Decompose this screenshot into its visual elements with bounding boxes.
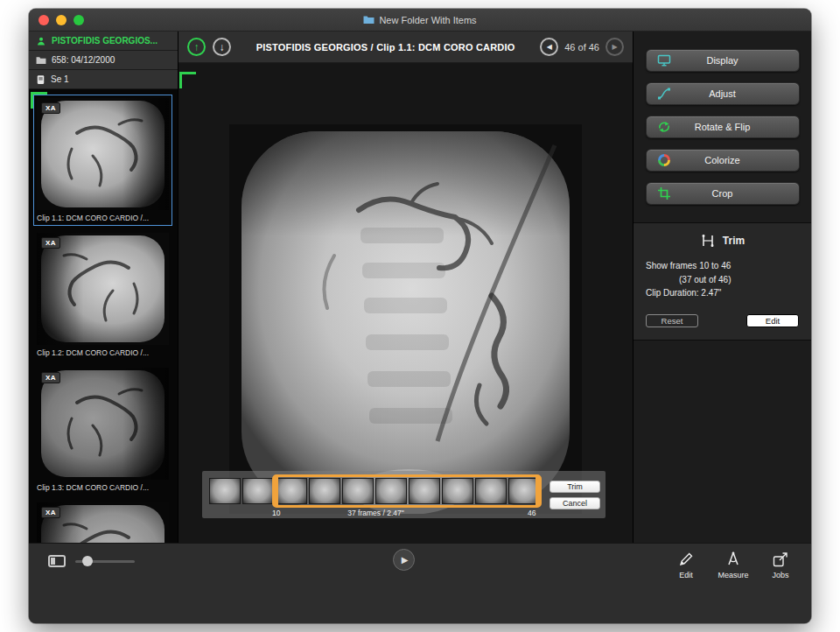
viewer-header: ↑ ↓ PISTOFIDIS GEORGIOS / Clip 1.1: DCM … [178,32,633,63]
display-label: Display [706,55,738,66]
previous-series-button[interactable]: ↑ [187,38,206,56]
trim-summary: 37 frames / 2.47" [347,509,403,517]
adjust-icon [657,87,671,101]
trim-selection-handles[interactable] [272,474,542,508]
series-label: Se 1 [51,74,69,84]
minimize-window-button[interactable] [56,15,66,25]
jobs-label: Jobs [772,571,788,579]
trim-icon [700,234,716,248]
trim-count-text: (37 out of 46) [646,273,799,287]
trim-start-frame: 10 [272,509,280,517]
up-arrow-icon: ↑ [194,42,200,53]
trim-range-text: Show frames 10 to 46 [646,259,799,273]
sidebar: PISTOFIDIS GEORGIOS... 658: 04/12/2000 S… [29,32,178,543]
film-frame [242,478,274,504]
frame-counter: 46 of 46 [564,42,599,53]
thumbnail-caption: Clip 1.2: DCM CORO CARDIO /... [37,348,169,357]
measure-button[interactable]: Measure [713,551,753,579]
close-window-button[interactable] [38,15,49,25]
zoom-window-button[interactable] [74,15,84,25]
trim-panel-title: Trim [723,235,745,247]
next-frame-button[interactable]: ▶ [606,38,624,56]
adjust-label: Adjust [709,88,736,99]
trim-edit-button[interactable]: Edit [746,314,799,327]
trim-overlay-buttons: Trim Cancel [550,471,600,518]
play-button[interactable]: ▶ [393,549,415,571]
trim-duration-text: Clip Duration: 2.47" [646,286,799,300]
adjust-button[interactable]: Adjust [646,82,800,105]
trim-reset-button[interactable]: Reset [646,314,698,327]
bottom-bar: ▶ Edit Measure [29,543,811,623]
window-title-group: New Folder With Items [363,15,476,25]
folder-icon [363,15,374,25]
rotate-flip-icon [657,120,671,134]
viewer-stage[interactable]: 10 37 frames / 2.47" 46 Trim Cancel [178,63,633,543]
traffic-lights [38,9,84,31]
film-frame [209,478,241,504]
patient-name: PISTOFIDIS GEORGIOS... [52,36,158,46]
rotate-flip-label: Rotate & Flip [695,122,751,132]
crop-label: Crop [712,188,733,199]
trim-confirm-button[interactable]: Trim [550,481,600,493]
slider-knob[interactable] [82,556,93,566]
trim-cancel-button[interactable]: Cancel [550,497,600,509]
trim-panel-info: Show frames 10 to 46 (37 out of 46) Clip… [646,259,799,300]
viewer-title: PISTOFIDIS GEORGIOS / Clip 1.1: DCM CORO… [238,42,533,53]
down-arrow-icon: ↓ [220,42,225,53]
person-icon [36,36,46,46]
rotate-flip-button[interactable]: Rotate & Flip [646,116,800,138]
colorize-button[interactable]: Colorize [646,149,800,172]
folder-icon [36,56,46,65]
thumbnail-image: XA [37,502,169,543]
crop-icon [657,186,671,200]
left-arrow-icon: ◀ [547,44,552,51]
colorize-label: Colorize [704,155,739,165]
selection-bracket-icon [179,72,196,88]
next-series-button[interactable]: ↓ [213,38,231,56]
thumbnail-clip-1-2[interactable]: XA Clip 1.2: DCM CORO CARDIO /... [37,233,169,357]
trim-panel-header: Trim [646,234,799,248]
selection-bracket-icon [31,92,47,109]
thumbnail-clip-1-3[interactable]: XA Clip 1.3: DCM CORO CARDIO /... [37,368,169,492]
pencil-icon [677,551,695,568]
study-label: 658: 04/12/2000 [52,55,115,65]
edit-mode-button[interactable]: Edit [666,551,706,579]
modality-badge: XA [41,372,60,383]
previous-frame-button[interactable]: ◀ [540,38,558,56]
thumbnail-caption: Clip 1.1: DCM CORO CARDIO /... [37,214,169,222]
modality-badge: XA [41,237,60,249]
thumbnail-list: XA Clip 1.1: DCM CORO CARDIO /... XA Cli… [29,89,178,543]
measure-icon [724,551,742,568]
angiogram-image[interactable] [229,124,582,514]
thumbnail-image: XA [37,368,169,480]
fit-screen-icon[interactable] [48,555,66,567]
tools-panel: Display Adjust [633,32,811,543]
thumbnail-clip-1-1[interactable]: XA Clip 1.1: DCM CORO CARDIO /... [37,98,169,222]
display-button[interactable]: Display [646,49,800,72]
sidebar-patient-row[interactable]: PISTOFIDIS GEORGIOS... [29,32,178,51]
window-title: New Folder With Items [379,15,476,25]
viewer: ↑ ↓ PISTOFIDIS GEORGIOS / Clip 1.1: DCM … [178,32,633,543]
colorize-icon [657,153,671,167]
trim-panel: Trim Show frames 10 to 46 (37 out of 46)… [634,222,811,341]
sidebar-series-row[interactable]: Se 1 [29,70,178,89]
play-icon: ▶ [402,555,409,565]
trim-end-frame: 46 [528,509,536,517]
titlebar: New Folder With Items [29,9,811,32]
edit-mode-label: Edit [679,571,693,579]
right-arrow-icon: ▶ [612,44,617,51]
app-window: New Folder With Items PISTOFIDIS GEORGIO… [29,9,811,623]
display-icon [657,53,671,67]
sidebar-study-row[interactable]: 658: 04/12/2000 [29,51,178,70]
filmstrip: 10 37 frames / 2.47" 46 [207,471,544,518]
crop-button[interactable]: Crop [646,182,800,205]
trim-overlay: 10 37 frames / 2.47" 46 Trim Cancel [202,471,606,518]
measure-label: Measure [718,571,748,579]
jobs-export-icon [772,551,789,568]
modality-badge: XA [41,507,60,518]
thumbnail-clip-1-4[interactable]: XA [37,502,169,543]
thumbnail-image: XA [37,233,169,345]
thumbnail-size-slider[interactable] [75,556,135,566]
thumbnail-caption: Clip 1.3: DCM CORO CARDIO /... [37,483,169,492]
jobs-button[interactable]: Jobs [760,551,801,579]
